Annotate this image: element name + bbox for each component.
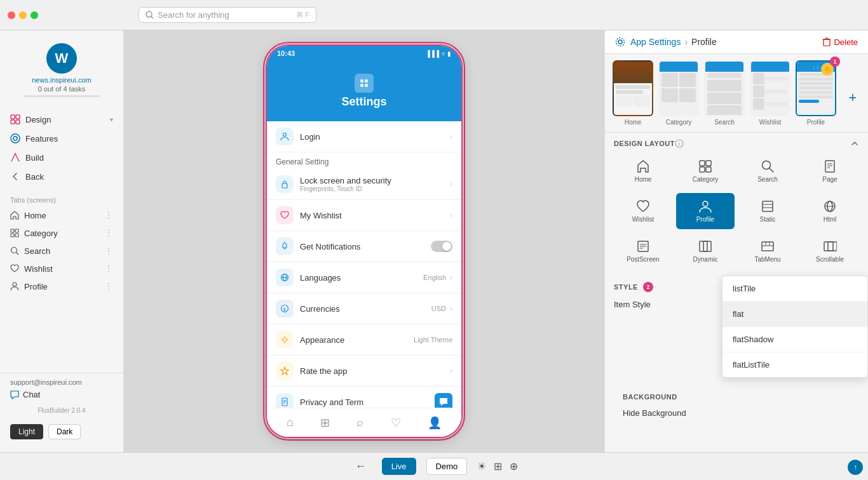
category-icon [10,229,19,237]
site-url[interactable]: news.inspireui.com [32,76,92,84]
add-screen-button[interactable]: + [841,70,864,126]
page-layout-icon [823,159,837,173]
nav-item-build[interactable]: Build [0,148,123,167]
demo-mode-button[interactable]: Demo [426,458,468,475]
layout-dynamic[interactable]: Dynamic [676,233,735,269]
sidebar-item-home[interactable]: Home ⋮ [0,206,123,224]
settings-header-icon [355,74,374,93]
dark-theme-button[interactable]: Dark [48,424,81,439]
login-label: Login [300,132,320,142]
live-mode-button[interactable]: Live [382,458,416,475]
chevron-right-icon: › [450,132,452,141]
phone-privacy-item[interactable]: Privacy and Term [267,387,461,408]
layout-home[interactable]: Home [614,153,672,189]
layout-html[interactable]: Html [801,193,859,229]
screen-thumb-wishlist[interactable]: Wishlist [750,60,790,126]
svg-point-6 [11,134,20,143]
close-button[interactable] [8,11,15,19]
dropdown-item-flatShadow[interactable]: flatShadow [722,327,867,352]
drag-handle-icon: ⋮ [104,263,113,274]
dropdown-item-flat[interactable]: flat [722,302,867,327]
nav-item-features[interactable]: Features [0,129,123,148]
sidebar-item-profile[interactable]: Profile ⋮ [0,277,123,295]
layout-tabmenu-label: TabMenu [754,256,780,263]
drag-handle-icon: ⋮ [104,281,113,291]
left-sidebar: W news.inspireui.com 0 out of 4 tasks De… [0,30,124,452]
phone-lockscreen-item[interactable]: Lock screen and security Fingerprints, T… [267,169,461,200]
grid-view-icon[interactable]: ⊞ [494,460,502,472]
screen-thumb-profile[interactable]: ⋮⋮ 🐥 1 Profile [796,60,836,126]
bottom-wishlist-icon[interactable]: ♡ [391,416,401,430]
svg-rect-41 [824,39,830,46]
languages-label: Languages [300,273,341,283]
bottom-profile-icon[interactable]: 👤 [428,416,442,430]
layout-scrollable[interactable]: Scrollable [801,233,859,269]
screen-thumb-home[interactable]: Home [613,60,653,126]
bottom-home-icon[interactable]: ⌂ [287,416,294,429]
postscreen-layout-icon [636,239,650,253]
back-navigation-button[interactable]: ← [350,457,372,476]
phone-wishlist-item[interactable]: My Wishlist › [267,200,461,231]
phone-appearance-item[interactable]: Appearance Light Theme [267,324,461,356]
wifi-icon: ▿ [442,50,445,57]
tab-search-label: Search [24,246,50,256]
layout-tabmenu[interactable]: TabMenu [738,233,797,269]
collapse-icon[interactable] [850,139,859,148]
general-section-header: General Setting [267,152,461,169]
style-dropdown[interactable]: listTile flat flatShadow flatListTile [722,276,868,378]
nav-item-back[interactable]: Back [0,167,123,186]
sidebar-item-category[interactable]: Category ⋮ [0,224,123,242]
phone-currencies-item[interactable]: $ Currencies USD › [267,293,461,324]
search-icon [146,11,154,19]
style-section: STYLE 2 Item Style listTile flat flatSha… [605,276,868,432]
phone-notifications-item[interactable]: Get Notifications [267,231,461,262]
tab-home-label: Home [24,211,46,220]
maximize-button[interactable] [31,11,38,19]
phone-rate-item[interactable]: Rate the app › [267,356,461,387]
screen-thumb-search[interactable]: Search [704,60,745,126]
bottom-category-icon[interactable]: ⊞ [320,416,330,430]
layout-page[interactable]: Page [801,153,859,189]
design-layout-header: DESIGN LAYOUT [614,139,859,148]
sidebar-item-search[interactable]: Search ⋮ [0,242,123,260]
dropdown-item-listTile[interactable]: listTile [722,276,867,302]
window-controls [8,11,38,19]
layout-category[interactable]: Category [676,153,735,189]
layout-static[interactable]: Static [738,193,797,229]
breadcrumb-parent[interactable]: App Settings [630,37,681,47]
design-layout-section: DESIGN LAYOUT Home Category Search [605,133,868,276]
globe-icon [280,273,289,282]
global-search-bar[interactable]: Search for anything ⌘ F [139,7,316,23]
phone-header-title: Settings [341,95,386,109]
layout-search[interactable]: Search [738,153,797,189]
screen-thumb-category[interactable]: Category [658,60,699,126]
wishlist-thumbnail [750,60,790,116]
light-theme-button[interactable]: Light [10,424,43,439]
bottom-tools: ☀ ⊞ ⊕ [477,460,518,472]
bottom-search-icon[interactable]: ⌕ [356,416,363,429]
zoom-icon[interactable]: ⊕ [510,460,518,472]
phone-login-item[interactable]: Login › [267,121,461,152]
phone-languages-item[interactable]: Languages English › [267,262,461,293]
minimize-button[interactable] [19,11,27,19]
brightness-icon[interactable]: ☀ [477,460,486,472]
wishlist-icon [10,264,19,273]
svg-rect-58 [763,201,773,211]
user-icon [280,132,289,141]
build-icon [10,152,20,163]
bell-icon [280,242,289,251]
notifications-toggle[interactable] [431,241,452,252]
drag-handle-icon: ⋮ [104,210,113,220]
layout-profile[interactable]: Profile [676,193,735,229]
layout-page-label: Page [822,176,837,183]
chat-button[interactable]: Chat [10,390,113,399]
appearance-label: Appearance [300,335,344,345]
nav-build-label: Build [25,153,44,163]
layout-postscreen[interactable]: PostScreen [614,233,672,269]
layout-wishlist[interactable]: Wishlist [614,193,672,229]
nav-item-design[interactable]: Design ▾ [0,110,123,129]
delete-button[interactable]: Delete [822,37,858,47]
svg-line-1 [151,17,153,18]
dropdown-item-flatListTile[interactable]: flatListTile [722,352,867,377]
sidebar-item-wishlist[interactable]: Wishlist ⋮ [0,260,123,277]
